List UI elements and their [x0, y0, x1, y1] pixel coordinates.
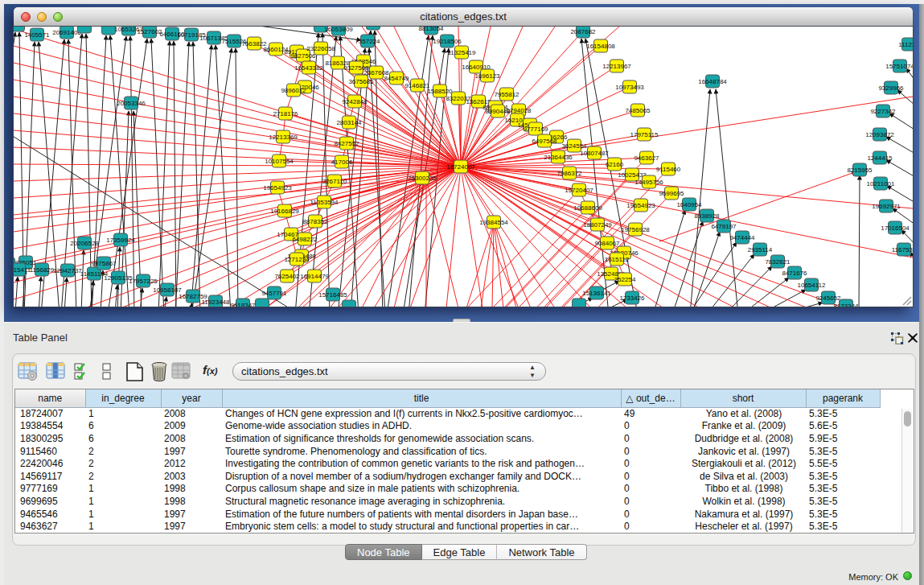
- svg-text:8878352: 8878352: [302, 218, 328, 225]
- svg-text:1640954: 1640954: [676, 201, 702, 208]
- svg-text:25300235: 25300235: [408, 175, 437, 182]
- svg-text:2087682: 2087682: [570, 28, 596, 35]
- svg-text:15720407: 15720407: [565, 187, 593, 194]
- svg-text:2935114: 2935114: [748, 246, 773, 253]
- svg-text:10107554: 10107554: [265, 158, 294, 165]
- svg-text:16154808: 16154808: [586, 43, 615, 50]
- svg-text:2718176: 2718176: [273, 110, 298, 117]
- svg-text:1615112: 1615112: [605, 256, 630, 263]
- svg-text:15716485: 15716485: [318, 291, 347, 299]
- svg-text:10807487: 10807487: [580, 150, 609, 157]
- svg-text:9115460: 9115460: [656, 166, 681, 173]
- svg-text:23226058: 23226058: [306, 45, 335, 52]
- svg-text:417006: 417006: [331, 159, 353, 166]
- svg-text:3267110: 3267110: [322, 178, 347, 185]
- svg-text:9329966: 9329966: [878, 84, 904, 92]
- svg-text:17975115: 17975115: [630, 131, 659, 138]
- svg-text:9975867: 9975867: [91, 260, 117, 267]
- svg-text:9699695: 9699695: [659, 190, 684, 197]
- svg-text:12942737: 12942737: [53, 267, 82, 274]
- svg-text:11325419: 11325419: [448, 49, 477, 56]
- svg-text:8938928: 8938928: [694, 212, 720, 220]
- svg-text:20206528: 20206528: [70, 240, 99, 247]
- svg-text:1527602: 1527602: [137, 28, 162, 35]
- svg-text:8215955: 8215955: [847, 167, 873, 174]
- svg-text:252254: 252254: [614, 276, 636, 283]
- svg-text:6479197: 6479197: [711, 223, 737, 230]
- svg-text:9618347: 9618347: [230, 302, 256, 307]
- svg-text:17359924: 17359924: [106, 237, 135, 244]
- svg-text:6498222: 6498222: [292, 236, 318, 243]
- svg-text:9227342: 9227342: [870, 108, 896, 115]
- svg-text:20691406: 20691406: [52, 29, 81, 36]
- svg-text:16648784: 16648784: [698, 78, 727, 85]
- svg-text:6794028: 6794028: [506, 107, 532, 114]
- svg-text:6497568: 6497568: [532, 138, 557, 145]
- svg-text:7832621: 7832621: [765, 258, 791, 266]
- svg-text:2803144: 2803144: [336, 119, 362, 126]
- svg-text:19756928: 19756928: [621, 226, 650, 233]
- svg-text:19692971: 19692971: [872, 203, 901, 210]
- svg-text:9084067: 9084067: [594, 240, 620, 247]
- svg-text:15136141: 15136141: [582, 290, 611, 297]
- svg-text:9146821: 9146821: [405, 82, 430, 89]
- svg-text:12093872: 12093872: [865, 131, 894, 138]
- svg-text:1696123: 1696123: [474, 72, 500, 80]
- svg-text:10211001: 10211001: [867, 180, 896, 187]
- svg-text:15751074: 15751074: [885, 63, 913, 70]
- svg-text:1733426: 1733426: [619, 295, 645, 302]
- svg-text:18724007: 18724007: [446, 163, 475, 171]
- svg-text:19218506: 19218506: [433, 38, 462, 45]
- svg-text:9245652: 9245652: [815, 295, 841, 302]
- svg-text:10973493: 10973493: [615, 84, 644, 91]
- svg-text:7955812: 7955812: [494, 91, 519, 98]
- svg-text:7357224: 7357224: [355, 38, 380, 45]
- svg-text:12213369: 12213369: [269, 134, 298, 141]
- svg-text:19654923: 19654923: [263, 184, 292, 192]
- svg-text:1588520: 1588520: [427, 88, 453, 95]
- svg-text:1244415: 1244415: [867, 154, 893, 162]
- svg-text:17016504: 17016504: [881, 225, 910, 232]
- svg-text:8454749: 8454749: [384, 75, 409, 82]
- svg-text:16914479: 16914479: [300, 273, 329, 280]
- svg-text:9896012: 9896012: [281, 87, 306, 94]
- svg-text:1167533: 1167533: [892, 246, 913, 253]
- svg-text:111234: 111234: [898, 41, 913, 48]
- svg-text:19384554: 19384554: [479, 219, 508, 226]
- svg-text:1405571: 1405571: [24, 31, 50, 39]
- svg-text:8427552: 8427552: [334, 140, 359, 147]
- svg-text:21364436: 21364436: [544, 154, 573, 161]
- svg-text:7485065: 7485065: [625, 107, 651, 114]
- svg-text:9827506: 9827506: [290, 52, 316, 60]
- svg-text:10958107: 10958107: [153, 286, 182, 294]
- svg-text:19654923: 19654923: [626, 202, 655, 209]
- svg-text:9474444: 9474444: [729, 234, 755, 241]
- svg-text:17957225: 17957225: [129, 278, 158, 285]
- svg-text:16053809: 16053809: [324, 27, 353, 33]
- svg-text:11923448: 11923448: [202, 299, 231, 306]
- svg-text:14495756: 14495756: [634, 179, 663, 186]
- svg-text:19166829: 19166829: [270, 208, 299, 215]
- svg-text:8813054: 8813054: [418, 27, 444, 32]
- svg-text:62160: 62160: [606, 161, 624, 168]
- svg-text:1271234: 1271234: [284, 256, 310, 263]
- svg-text:3675685: 3675685: [348, 78, 374, 85]
- svg-text:9457791: 9457791: [261, 290, 287, 297]
- svg-text:10654112: 10654112: [798, 282, 827, 289]
- svg-text:9242848: 9242848: [342, 98, 368, 105]
- svg-text:18807249: 18807249: [583, 221, 612, 229]
- svg-text:12213967: 12213967: [602, 63, 631, 70]
- svg-text:1156829: 1156829: [30, 266, 55, 274]
- svg-text:9777169: 9777169: [523, 126, 548, 133]
- svg-text:3624554: 3624554: [561, 142, 587, 150]
- svg-text:11353594: 11353594: [310, 199, 339, 206]
- svg-text:7986372: 7986372: [556, 170, 582, 177]
- svg-text:9463627: 9463627: [634, 154, 659, 162]
- svg-text:8123344: 8123344: [833, 303, 859, 307]
- svg-text:20053346: 20053346: [117, 100, 146, 107]
- svg-text:8471676: 8471676: [782, 270, 807, 277]
- svg-text:16543382: 16543382: [294, 64, 323, 72]
- svg-text:7625402: 7625402: [274, 273, 300, 280]
- svg-text:3915411: 3915411: [14, 266, 31, 274]
- svg-text:10688609: 10688609: [573, 204, 602, 212]
